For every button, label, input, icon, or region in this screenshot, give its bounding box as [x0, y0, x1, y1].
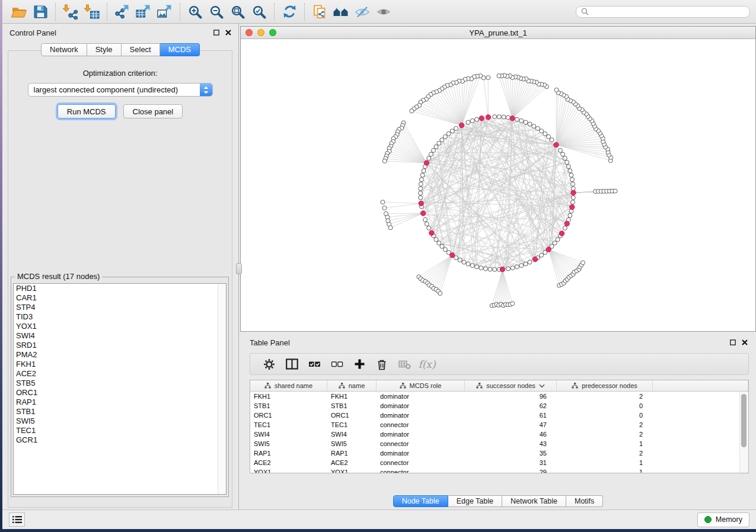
float-panel-icon[interactable] — [213, 30, 219, 36]
run-mcds-button[interactable]: Run MCDS — [58, 104, 116, 118]
graph-node-mcds[interactable] — [486, 115, 490, 120]
graph-node-mcds[interactable] — [429, 230, 434, 235]
tab-network[interactable]: Network — [41, 43, 87, 56]
graph-node[interactable] — [502, 115, 506, 119]
graph-node[interactable] — [443, 134, 447, 139]
mcds-result-item[interactable]: ACE2 — [14, 369, 226, 379]
tab-node-table[interactable]: Node Table — [393, 495, 448, 507]
add-column-button[interactable] — [348, 355, 371, 373]
export-network-button[interactable] — [111, 2, 133, 21]
graph-node[interactable] — [563, 226, 567, 230]
graph-node[interactable] — [493, 115, 497, 119]
graph-node[interactable] — [571, 196, 575, 200]
graph-node[interactable] — [511, 266, 515, 270]
graph-node[interactable] — [547, 134, 551, 139]
mcds-result-item[interactable]: SWI4 — [14, 331, 226, 341]
zoom-out-button[interactable] — [206, 2, 227, 21]
graph-node[interactable] — [427, 156, 431, 161]
graph-node[interactable] — [493, 267, 497, 271]
mcds-result-item[interactable]: FKH1 — [14, 360, 226, 369]
graph-node[interactable] — [475, 117, 479, 121]
graph-node[interactable] — [561, 152, 565, 156]
graph-node[interactable] — [581, 261, 585, 265]
graph-node[interactable] — [479, 266, 483, 270]
table-row[interactable]: YOX1YOX1connector291 — [250, 467, 748, 473]
column-header-predecessor-nodes[interactable]: predecessor nodes — [557, 380, 653, 391]
graph-node[interactable] — [497, 73, 501, 78]
table-row[interactable]: FKH1FKH1dominator962 — [250, 392, 748, 401]
graph-node-mcds[interactable] — [419, 201, 423, 206]
graph-node[interactable] — [613, 189, 617, 193]
refresh-view-button[interactable] — [279, 2, 300, 21]
graph-node[interactable] — [470, 118, 474, 123]
task-history-button[interactable] — [9, 512, 25, 527]
table-row[interactable]: SWI5SWI5connector431 — [250, 439, 748, 448]
function-builder-button[interactable]: f(x) — [416, 355, 438, 373]
delete-table-button[interactable] — [393, 355, 416, 373]
graph-node[interactable] — [569, 173, 573, 177]
graph-node[interactable] — [443, 248, 447, 252]
graph-node[interactable] — [528, 260, 532, 264]
graph-node[interactable] — [524, 262, 528, 266]
tab-motifs[interactable]: Motifs — [566, 495, 603, 507]
mcds-result-list[interactable]: PHD1CAR1STP4TID3YOX1SWI4SRD1PMA2FKH1ACE2… — [13, 283, 227, 495]
graph-node[interactable] — [540, 129, 544, 133]
graph-node-mcds[interactable] — [500, 267, 505, 272]
search-input[interactable] — [592, 7, 745, 17]
mcds-result-item[interactable]: ORC1 — [14, 388, 226, 398]
graph-node[interactable] — [535, 126, 540, 130]
graph-node-mcds[interactable] — [420, 211, 425, 216]
table-row[interactable]: RAP1RAP1dominator352 — [250, 448, 748, 458]
graph-node[interactable] — [419, 187, 423, 191]
graph-node[interactable] — [571, 200, 575, 204]
graph-node[interactable] — [432, 148, 436, 152]
table-row[interactable]: SWI4SWI4dominator462 — [250, 430, 748, 439]
graph-node[interactable] — [427, 226, 431, 230]
graph-node[interactable] — [462, 260, 466, 264]
deselect-all-checkboxes-button[interactable] — [326, 355, 348, 373]
graph-node[interactable] — [563, 156, 567, 161]
graph-node[interactable] — [419, 191, 423, 196]
graph-node[interactable] — [434, 238, 438, 242]
list-scrollbar-track[interactable] — [218, 284, 226, 494]
zoom-fit-button[interactable] — [227, 2, 248, 21]
close-panel-icon[interactable] — [742, 339, 748, 345]
graph-node[interactable] — [556, 238, 560, 242]
import-table-button[interactable] — [81, 2, 103, 21]
table-row[interactable]: ORC1ORC1dominator610 — [250, 411, 748, 420]
hide-graphics-details-button[interactable] — [352, 2, 373, 21]
graph-node-mcds[interactable] — [450, 253, 455, 258]
graph-node[interactable] — [554, 88, 559, 92]
tab-mcds[interactable]: MCDS — [160, 43, 200, 56]
graph-node-mcds[interactable] — [532, 257, 537, 262]
mcds-result-item[interactable]: TEC1 — [14, 426, 226, 435]
graph-node[interactable] — [420, 178, 424, 182]
graph-node[interactable] — [450, 129, 454, 133]
graph-node[interactable] — [532, 124, 536, 129]
graph-node[interactable] — [484, 267, 488, 271]
graph-node[interactable] — [475, 265, 479, 269]
column-header-name[interactable]: name — [327, 380, 377, 391]
delete-column-button[interactable] — [371, 355, 393, 373]
graph-node[interactable] — [570, 178, 575, 182]
clone-network-button[interactable] — [309, 2, 330, 21]
graph-node[interactable] — [553, 241, 557, 245]
graph-node-mcds[interactable] — [546, 247, 551, 252]
graph-node-mcds[interactable] — [571, 190, 576, 195]
graph-node[interactable] — [524, 120, 528, 124]
mcds-result-item[interactable]: PHD1 — [14, 284, 226, 293]
graph-node[interactable] — [423, 217, 428, 222]
search-box[interactable] — [576, 6, 750, 18]
graph-node-mcds[interactable] — [459, 123, 464, 127]
graph-node[interactable] — [454, 126, 458, 130]
show-columns-button[interactable] — [280, 355, 303, 373]
graph-node[interactable] — [568, 169, 572, 173]
export-image-button[interactable] — [154, 2, 176, 21]
export-table-button[interactable] — [133, 2, 154, 21]
graph-node-mcds[interactable] — [564, 221, 569, 226]
close-window-icon[interactable] — [245, 29, 253, 36]
graph-node[interactable] — [519, 118, 524, 123]
graph-node[interactable] — [497, 115, 501, 119]
mcds-result-item[interactable]: STP4 — [14, 303, 226, 312]
graph-node[interactable] — [568, 213, 572, 217]
